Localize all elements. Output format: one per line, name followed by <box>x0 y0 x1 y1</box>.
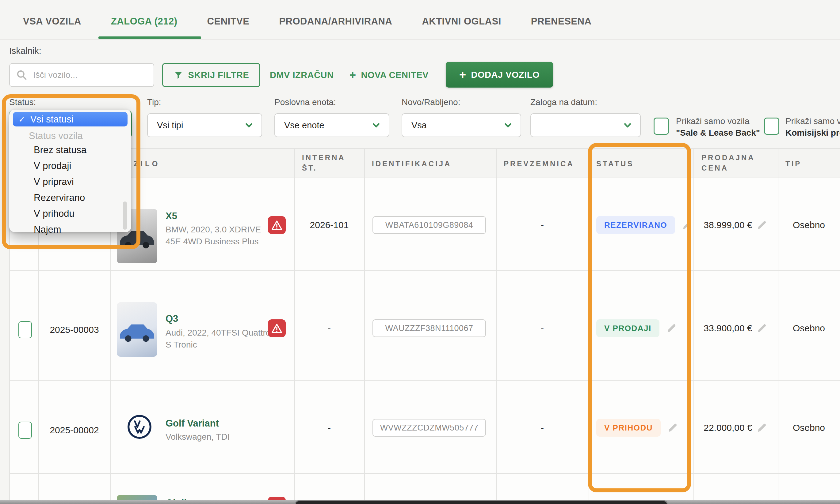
vehicle-title-link[interactable]: Giulia <box>166 498 192 500</box>
col-header-tip: TIP <box>785 159 801 169</box>
tip-select-value: Vsi tipi <box>157 120 183 130</box>
price-value: 38.999,00 € <box>704 220 752 230</box>
komisijski-label-line1: Prikaži samo vo <box>785 116 840 126</box>
warning-icon[interactable] <box>268 319 286 337</box>
vin-field[interactable]: WBATA610109G89084 <box>373 216 486 234</box>
interna-st-cell: - <box>294 419 364 437</box>
vin-field[interactable]: WVWZZZCDZMW505777 <box>373 419 486 437</box>
tip-cell: Osebno <box>778 216 840 234</box>
tip-cell: Osebno <box>778 319 840 337</box>
novo-rabljeno-select-value: Vsa <box>411 120 427 130</box>
active-tab-underline <box>98 36 201 39</box>
sale-lease-back-label-line1: Prikaži samo vozila <box>676 116 750 126</box>
prevzemnica-cell: - <box>496 319 589 337</box>
chevron-down-icon <box>244 120 254 130</box>
chevron-down-icon <box>503 120 513 130</box>
plus-icon: + <box>349 70 356 80</box>
prevzemnica-cell: - <box>496 419 589 437</box>
table-row: 2025-00002 Golf Variant Volkswagen, TDI … <box>0 380 840 473</box>
sale-lease-back-checkbox[interactable] <box>654 118 669 135</box>
col-header-identifikacija: IDENTIFIKACIJA <box>372 159 451 169</box>
hide-filters-label: SKRIJ FILTRE <box>188 70 249 80</box>
col-header-cena-line1: PRODAJNA <box>701 152 755 163</box>
tip-cell: Osebno <box>778 419 840 437</box>
vehicle-title-link[interactable]: Golf Variant <box>166 418 219 429</box>
tab-bar: VSA VOZILA ZALOGA (212) CENITVE PRODANA/… <box>23 16 592 27</box>
add-vehicle-button[interactable]: + DODAJ VOZILO <box>446 62 553 88</box>
komisijski-label-line2: Komisijski pro <box>785 128 840 138</box>
dmv-calc-button[interactable]: DMV IZRAČUN <box>266 63 338 87</box>
edit-pencil-icon[interactable] <box>757 422 768 433</box>
vw-logo[interactable] <box>127 414 152 439</box>
warning-icon[interactable] <box>268 216 286 234</box>
vehicle-subtitle: BMW, 2020, 3.0 XDRIVE 45E 4WD Business P… <box>166 223 273 247</box>
zaloga-datum-select[interactable] <box>530 113 641 137</box>
table-row: 2025-00003 Q3 Audi, 2022, 40TFSI Quattro… <box>0 270 840 380</box>
enota-select-value: Vse enote <box>284 120 324 130</box>
search-input[interactable] <box>33 70 148 80</box>
search-icon <box>16 69 28 81</box>
tab-zaloga[interactable]: ZALOGA (212) <box>111 16 177 27</box>
edit-pencil-icon[interactable] <box>757 323 768 334</box>
warning-icon[interactable] <box>268 497 286 500</box>
table-row: Giulia <box>0 473 840 500</box>
tab-cenitve[interactable]: CENITVE <box>207 16 250 27</box>
add-vehicle-label: DODAJ VOZILO <box>471 70 540 80</box>
price-value: 22.000,00 € <box>704 422 752 433</box>
filter-novo-label: Novo/Rabljeno: <box>401 97 460 107</box>
price-value: 33.900,00 € <box>704 323 752 334</box>
col-header-interna-line1: INTERNA <box>302 152 345 163</box>
dmv-calc-label: DMV IZRAČUN <box>270 70 334 80</box>
row-checkbox[interactable] <box>18 321 32 338</box>
hide-filters-button[interactable]: SKRIJ FILTRE <box>162 63 260 87</box>
enota-select[interactable]: Vse enote <box>274 113 389 137</box>
col-header-cena-line2: CENA <box>701 163 728 173</box>
sale-lease-back-label-line2: "Sale & Lease Back" <box>676 128 760 138</box>
plus-icon: + <box>459 69 466 80</box>
tabs-divider <box>0 39 840 39</box>
funnel-icon <box>173 70 183 80</box>
interna-st-cell: 2026-101 <box>294 216 364 234</box>
vehicle-subtitle: Volkswagen, TDI <box>166 431 273 443</box>
tab-aktivni-oglasi[interactable]: AKTIVNI OGLASI <box>422 16 501 27</box>
col-header-prevzemnica: PREVZEMNICA <box>504 159 574 169</box>
vehicle-inventory-page: VSA VOZILA ZALOGA (212) CENITVE PRODANA/… <box>0 0 840 504</box>
vehicle-thumbnail[interactable] <box>117 495 157 500</box>
filter-datum-label: Zaloga na datum: <box>530 97 597 107</box>
row-checkbox[interactable] <box>18 421 32 439</box>
tab-prenesena[interactable]: PRENESENA <box>531 16 592 27</box>
annotation-status-column <box>588 143 691 492</box>
prevzemnica-cell: - <box>496 216 589 234</box>
search-input-wrapper <box>9 63 154 87</box>
vehicle-subtitle: Audi, 2022, 40TFSI Quattro S Tronic <box>166 327 273 350</box>
chevron-down-icon <box>622 120 633 130</box>
novo-rabljeno-select[interactable]: Vsa <box>401 113 521 137</box>
tab-vsa-vozila[interactable]: VSA VOZILA <box>23 16 81 27</box>
search-section-label: Iskalnik: <box>9 46 41 56</box>
new-valuation-label: NOVA CENITEV <box>361 70 429 80</box>
filter-enota-label: Poslovna enota: <box>274 97 336 107</box>
vehicle-title-link[interactable]: Q3 <box>166 313 178 324</box>
vehicle-thumbnail[interactable] <box>117 302 157 357</box>
filter-tip-label: Tip: <box>147 97 161 107</box>
col-header-interna-line2: ŠT. <box>302 163 317 173</box>
row-number-cell: 2025-00002 <box>38 421 110 439</box>
komisijski-checkbox[interactable] <box>764 118 779 135</box>
new-valuation-button[interactable]: + NOVA CENITEV <box>346 63 432 87</box>
edit-pencil-icon[interactable] <box>757 219 768 231</box>
annotation-status-filter <box>2 94 140 249</box>
vin-field[interactable]: WAUZZZF38N1110067 <box>373 319 486 337</box>
vehicle-title-link[interactable]: X5 <box>166 211 177 222</box>
interna-st-cell: - <box>294 319 364 337</box>
tip-select[interactable]: Vsi tipi <box>147 113 262 137</box>
row-number-cell: 2025-00003 <box>38 321 110 339</box>
chevron-down-icon <box>371 120 381 130</box>
tab-prodana-arhivirana[interactable]: PRODANA/ARHIVIRANA <box>279 16 392 27</box>
dock-notch <box>295 500 668 504</box>
